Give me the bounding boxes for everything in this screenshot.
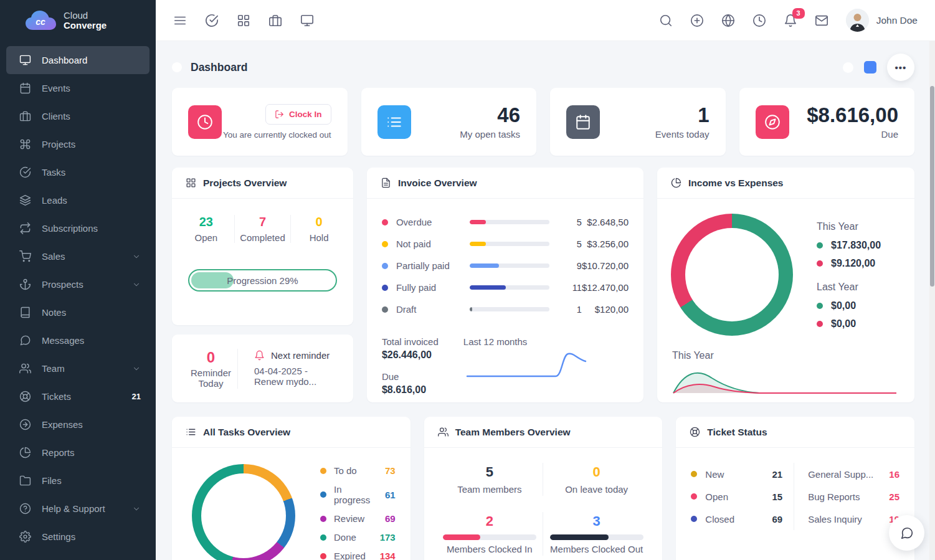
bell-icon[interactable]: 3 [784, 14, 797, 27]
overview-row: Projects Overview 23Open7Completed0Hold … [172, 168, 914, 402]
sparkline-label: Last 12 months [463, 336, 629, 347]
sidebar-item-expenses[interactable]: Expenses [6, 411, 150, 439]
team-members-overview-card: Team Members Overview 5Team members0On l… [424, 417, 663, 560]
team-stat-team-members: 5Team members [437, 463, 543, 496]
events-today-value: 1 [655, 104, 710, 126]
notification-badge: 3 [792, 8, 805, 19]
sidebar-item-subscriptions[interactable]: Subscriptions [6, 214, 150, 242]
open-tasks-value: 46 [460, 104, 520, 126]
briefcase-icon[interactable] [268, 14, 282, 27]
sidebar-item-settings[interactable]: Settings [6, 523, 150, 551]
compass-icon [756, 105, 789, 139]
check-circle-icon[interactable] [205, 14, 219, 27]
repeat-icon [19, 222, 31, 234]
monitor-icon[interactable] [300, 14, 314, 27]
team-stat-members-clocked-in: 2Members Clocked In [437, 512, 543, 556]
status-dot [382, 219, 388, 225]
grid-icon[interactable] [237, 14, 250, 27]
sidebar-item-label: Events [42, 83, 70, 93]
due-label: Due [382, 371, 439, 382]
sidebar-item-label: Files [42, 475, 62, 486]
menu-icon[interactable] [173, 14, 187, 27]
total-invoiced-label: Total invoiced [382, 336, 439, 347]
reminder-count-label: Reminder Today [191, 368, 231, 389]
project-stat-open: 23Open [178, 215, 234, 243]
globe-icon[interactable] [721, 14, 735, 27]
task-legend-done: Done173 [320, 532, 396, 543]
layout-circle-button[interactable] [843, 62, 853, 73]
sidebar-item-prospects[interactable]: Prospects [6, 270, 150, 298]
sidebar-item-notes[interactable]: Notes [6, 298, 150, 326]
status-dot [382, 263, 388, 269]
sidebar-item-label: Reports [42, 447, 75, 458]
pie-chart-icon [19, 447, 31, 458]
scrollbar-thumb[interactable] [930, 86, 934, 287]
plus-circle-icon[interactable] [690, 14, 704, 27]
settings-icon [19, 531, 31, 543]
ticket-row-open: Open15 [691, 485, 782, 508]
sidebar-item-help-support[interactable]: Help & Support [6, 495, 150, 523]
log-out-icon [275, 110, 284, 119]
sidebar-item-label: Sales [42, 251, 65, 262]
file-text-icon [381, 178, 391, 188]
users-icon [19, 363, 31, 374]
sidebar-item-files[interactable]: Files [6, 467, 150, 495]
ticket-footer-text: New tickets in last 30 days [676, 530, 914, 560]
sidebar-item-label: Help & Support [42, 503, 105, 514]
topbar-right-icons: 3John Doe [659, 9, 918, 32]
task-legend-in-progress: In progress61 [320, 484, 396, 505]
topbar-left-icons [173, 14, 314, 27]
income-vs-expenses-title: Income vs Expenses [688, 178, 784, 189]
sidebar-item-dashboard[interactable]: Dashboard [6, 46, 150, 74]
task-legend-to-do: To do73 [320, 465, 396, 476]
invoice-row-not-paid: Not paid5$3.256,00 [382, 233, 629, 255]
shopping-cart-icon [19, 250, 31, 262]
sidebar-item-projects[interactable]: Projects [6, 130, 150, 158]
status-dot [382, 241, 388, 247]
search-icon[interactable] [659, 14, 673, 27]
more-options-button[interactable]: ••• [887, 54, 914, 81]
chevron-down-icon [132, 364, 141, 373]
page-title: Dashboard [191, 61, 247, 74]
users-icon [438, 427, 449, 437]
clock-in-card: Clock In You are currently clocked out [172, 88, 348, 156]
folder-icon [19, 475, 31, 486]
all-tasks-overview-title: All Tasks Overview [203, 427, 290, 438]
projects-overview-card: Projects Overview 23Open7Completed0Hold … [172, 168, 353, 325]
project-stat-hold: 0Hold [290, 215, 347, 243]
ticket-status-title: Ticket Status [707, 427, 767, 438]
layout-square-button[interactable] [864, 61, 876, 74]
chat-fab-button[interactable] [889, 515, 924, 551]
sidebar-item-messages[interactable]: Messages [6, 326, 150, 354]
sidebar-item-sales[interactable]: Sales [6, 242, 150, 270]
arrow-right-circle-icon [19, 419, 31, 430]
chat-bubble-icon [900, 526, 914, 540]
mail-icon[interactable] [815, 14, 828, 27]
sidebar-item-label: Leads [42, 195, 67, 206]
scrollbar-track[interactable] [929, 41, 935, 560]
sidebar-item-reports[interactable]: Reports [6, 439, 150, 467]
user-menu[interactable]: John Doe [846, 9, 918, 32]
chevron-down-icon [132, 505, 141, 513]
sidebar-item-tasks[interactable]: Tasks [6, 158, 150, 186]
sidebar: cc Cloud Converge DashboardEventsClients… [0, 0, 156, 560]
sidebar-item-label: Notes [42, 307, 66, 318]
sidebar-item-clients[interactable]: Clients [6, 102, 150, 130]
next-reminder-value[interactable]: 04-04-2025 - Renew mydo... [254, 366, 335, 387]
projects-overview-title: Projects Overview [203, 178, 287, 189]
invoice-row-partially-paid: Partially paid9$10.720,00 [382, 255, 629, 277]
sidebar-item-team[interactable]: Team [6, 354, 150, 382]
book-icon [19, 306, 31, 318]
team-members-overview-title: Team Members Overview [455, 427, 571, 438]
ticket-status-card: Ticket Status New21Open15Closed69 Genera… [676, 417, 914, 560]
clock-in-button[interactable]: Clock In [265, 104, 331, 125]
sidebar-item-events[interactable]: Events [6, 74, 150, 102]
main-content: Dashboard ••• Clock In You are currently… [156, 41, 935, 560]
income-vs-expenses-card: Income vs Expenses This Year$17.830,00$9… [657, 168, 914, 402]
sidebar-item-leads[interactable]: Leads [6, 186, 150, 214]
sidebar-item-label: Tickets [42, 391, 71, 402]
clock-icon[interactable] [752, 14, 766, 27]
sidebar-item-label: Projects [42, 139, 75, 149]
sidebar-item-tickets[interactable]: Tickets21 [6, 382, 150, 411]
app-logo[interactable]: cc Cloud Converge [0, 0, 156, 41]
